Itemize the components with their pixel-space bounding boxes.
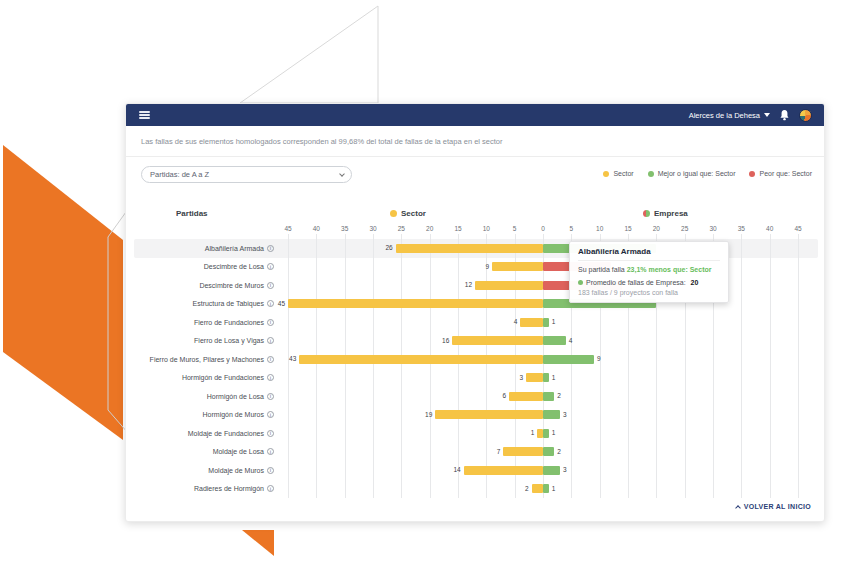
sector-bar[interactable] — [435, 410, 543, 419]
outlined-triangle-top — [240, 6, 378, 103]
empresa-value-label: 9 — [597, 350, 601, 369]
empresa-value-label: 1 — [552, 313, 556, 332]
legend-dot-red — [749, 171, 755, 177]
empresa-value-label: 3 — [563, 461, 567, 480]
category-label: Descimbre de Murosi — [126, 276, 274, 295]
user-menu[interactable]: Alerces de la Dehesa — [689, 111, 770, 120]
category-label: Descimbre de Losai — [126, 258, 274, 277]
sector-dot-icon — [390, 210, 397, 217]
sector-value-label: 16 — [442, 332, 449, 351]
back-to-top-link[interactable]: VOLVER AL INICIO — [736, 503, 811, 510]
sector-value-label: 2 — [525, 480, 529, 499]
hamburger-icon[interactable] — [139, 111, 150, 119]
sector-bar[interactable] — [526, 373, 543, 382]
orange-triangle-bottom — [242, 530, 274, 556]
axis-tick-label: 15 — [624, 225, 631, 232]
empresa-bar[interactable] — [543, 429, 549, 438]
sector-bar[interactable] — [452, 336, 543, 345]
empresa-bar[interactable] — [543, 447, 554, 456]
axis-tick-label: 45 — [284, 225, 291, 232]
grid-line — [373, 234, 374, 498]
grid-line — [288, 234, 289, 498]
category-label: Estructura de Tabiquesi — [126, 295, 274, 314]
info-icon[interactable]: i — [267, 263, 274, 270]
column-header-partidas: Partidas — [176, 209, 208, 218]
category-label: Hormigón de Murosi — [126, 406, 274, 425]
sector-bar[interactable] — [503, 447, 543, 456]
grid-line — [543, 234, 544, 498]
info-icon[interactable]: i — [267, 319, 274, 326]
info-icon[interactable]: i — [267, 393, 274, 400]
category-label: Hormigón de Fundacionesi — [126, 369, 274, 388]
info-icon[interactable]: i — [267, 245, 274, 252]
tooltip-comparison: Su partida falla 23,1% menos que: Sector — [578, 266, 720, 273]
grid-line — [345, 234, 346, 498]
info-icon[interactable]: i — [267, 337, 274, 344]
sector-bar[interactable] — [520, 318, 543, 327]
axis-tick-label: 40 — [766, 225, 773, 232]
legend: Sector Mejor o igual que: Sector Peor qu… — [603, 170, 812, 177]
axis-tick-label: 40 — [313, 225, 320, 232]
sector-bar[interactable] — [492, 262, 543, 271]
info-icon[interactable]: i — [267, 356, 274, 363]
grid-line — [458, 234, 459, 498]
sector-value-label: 19 — [425, 406, 432, 425]
sort-dropdown-value: Partidas: de A a Z — [150, 170, 209, 179]
grid-line — [430, 234, 431, 498]
legend-item-better: Mejor o igual que: Sector — [648, 170, 736, 177]
axis-tick-label: 45 — [794, 225, 801, 232]
empresa-bar[interactable] — [543, 392, 554, 401]
sector-value-label: 7 — [497, 443, 501, 462]
subtitle-section: Las fallas de sus elementos homologados … — [126, 126, 824, 157]
bell-icon[interactable] — [779, 109, 790, 121]
empresa-value-label: 1 — [552, 480, 556, 499]
sort-dropdown[interactable]: Partidas: de A a Z — [141, 166, 352, 183]
sector-value-label: 9 — [485, 258, 489, 277]
info-icon[interactable]: i — [267, 467, 274, 474]
grid-line — [798, 234, 799, 498]
empresa-bar[interactable] — [543, 318, 549, 327]
green-dot-icon — [578, 280, 583, 285]
category-label: Fierro de Losa y Vigasi — [126, 332, 274, 351]
sector-bar[interactable] — [288, 299, 543, 308]
empresa-dual-dot-icon — [643, 210, 650, 217]
axis-tick-label: 25 — [681, 225, 688, 232]
empresa-bar[interactable] — [543, 484, 549, 493]
sector-bar[interactable] — [532, 484, 543, 493]
empresa-value-label: 3 — [563, 406, 567, 425]
orange-parallelogram — [3, 145, 123, 440]
category-label: Moldaje de Murosi — [126, 461, 274, 480]
grid-line — [401, 234, 402, 498]
empresa-bar[interactable] — [543, 355, 594, 364]
empresa-bar[interactable] — [543, 373, 549, 382]
sector-value-label: 14 — [453, 461, 460, 480]
info-icon[interactable]: i — [267, 430, 274, 437]
sector-bar[interactable] — [299, 355, 543, 364]
empresa-bar[interactable] — [543, 466, 560, 475]
chevron-down-icon — [339, 171, 345, 177]
sector-bar[interactable] — [464, 466, 543, 475]
sector-bar[interactable] — [509, 392, 543, 401]
sector-bar[interactable] — [475, 281, 543, 290]
axis-tick-label: 0 — [541, 225, 545, 232]
empresa-bar[interactable] — [543, 410, 560, 419]
info-icon[interactable]: i — [267, 448, 274, 455]
info-icon[interactable]: i — [267, 282, 274, 289]
info-icon[interactable]: i — [267, 411, 274, 418]
grid-line — [741, 234, 742, 498]
avatar[interactable] — [799, 109, 812, 122]
info-icon[interactable]: i — [267, 300, 274, 307]
sector-bar[interactable] — [396, 244, 543, 253]
empresa-value-label: 1 — [552, 424, 556, 443]
axis-tick-label: 35 — [738, 225, 745, 232]
info-icon[interactable]: i — [267, 374, 274, 381]
empresa-value-label: 2 — [557, 443, 561, 462]
legend-item-worse: Peor que: Sector — [749, 170, 812, 177]
sector-value-label: 12 — [465, 276, 472, 295]
category-label: Moldaje de Fundacionesi — [126, 424, 274, 443]
info-icon[interactable]: i — [267, 485, 274, 492]
axis-tick-label: 10 — [596, 225, 603, 232]
empresa-bar[interactable] — [543, 336, 566, 345]
axis-tick-label: 5 — [513, 225, 517, 232]
grid-line — [316, 234, 317, 498]
